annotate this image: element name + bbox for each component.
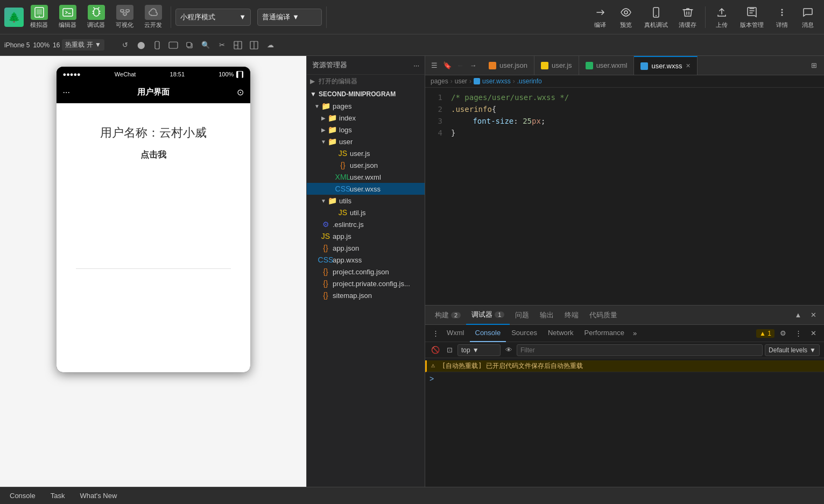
pages-folder-icon: 📁 xyxy=(321,102,330,110)
editor-button[interactable]: 编辑器 xyxy=(54,3,81,31)
tree-project-private[interactable]: {} project.private.config.js... xyxy=(307,278,425,289)
layout-icon[interactable] xyxy=(230,38,245,53)
tree-utils[interactable]: ▼ 📁 utils xyxy=(307,195,425,207)
preview-button[interactable]: 预览 xyxy=(614,3,638,31)
svg-rect-16 xyxy=(187,42,191,47)
visual-button[interactable]: 可视化 xyxy=(111,3,138,31)
eslintrc-label: .eslintrc.js xyxy=(333,221,364,229)
tab-issues[interactable]: 问题 xyxy=(510,306,534,325)
tree-user-wxml[interactable]: XML user.wxml xyxy=(307,171,425,183)
console-tab-console[interactable]: Console xyxy=(470,325,506,342)
tab-user-js[interactable]: user.js xyxy=(534,56,579,75)
bottom-bar-whats-new[interactable]: What's New xyxy=(75,487,121,505)
stop-icon[interactable]: ⬤ xyxy=(133,38,149,53)
top-context-selector[interactable]: top ▼ xyxy=(457,344,501,356)
code-property: font-size xyxy=(473,117,513,125)
tree-logs[interactable]: ▶ 📁 logs xyxy=(307,124,425,136)
bottom-bar-task[interactable]: Task xyxy=(46,487,69,505)
realtest-button[interactable]: 真机调试 xyxy=(640,3,672,31)
cloud-dev-icon[interactable]: ☁ xyxy=(263,38,278,53)
tab-output[interactable]: 输出 xyxy=(534,306,559,325)
message-button[interactable]: 消息 xyxy=(796,3,820,31)
console-inspect-icon[interactable]: ⊡ xyxy=(443,344,455,356)
console-eye-icon[interactable]: 👁 xyxy=(503,344,515,356)
console-menu-icon[interactable]: ⋮ xyxy=(429,328,441,339)
user-json-label: user.json xyxy=(350,161,378,169)
avatar[interactable]: 🌲 xyxy=(4,8,24,27)
bottom-bar-console[interactable]: Console xyxy=(5,487,40,505)
tree-user-wxss[interactable]: CSS user.wxss xyxy=(307,183,425,195)
console-prompt[interactable]: > xyxy=(425,372,824,385)
breadcrumb-user[interactable]: user xyxy=(455,77,467,85)
console-tab-performance[interactable]: Performance xyxy=(579,325,630,342)
console-settings-icon[interactable]: ⚙ xyxy=(777,327,790,340)
tab-devtools[interactable]: 调试器 1 xyxy=(466,306,510,325)
mode-selector[interactable]: 小程序模式 ▼ xyxy=(175,9,251,26)
layout2-icon[interactable] xyxy=(247,38,262,53)
tab-terminal-label: 终端 xyxy=(565,310,579,320)
tablet-icon[interactable] xyxy=(166,38,181,53)
tree-user-json[interactable]: {} user.json xyxy=(307,159,425,171)
tab-user-wxss[interactable]: user.wxss ✕ xyxy=(634,56,697,75)
version-button[interactable]: 版本管理 xyxy=(736,3,768,31)
compile-selector[interactable]: 普通编译 ▼ xyxy=(257,9,322,26)
svg-rect-13 xyxy=(155,41,159,49)
split-editor-icon[interactable]: ⊞ xyxy=(808,60,820,72)
tab-user-wxml[interactable]: user.wxml xyxy=(579,56,635,75)
details-button[interactable]: 详情 xyxy=(770,3,794,31)
compile-button[interactable]: 编译 xyxy=(588,3,612,31)
tab-wxml-icon xyxy=(586,62,593,69)
tab-terminal[interactable]: 终端 xyxy=(559,306,584,325)
bookmark-icon[interactable]: 🔖 xyxy=(441,60,453,72)
tree-pages[interactable]: ▼ 📁 pages xyxy=(307,100,425,112)
tree-sitemap[interactable]: {} sitemap.json xyxy=(307,289,425,301)
tree-app-json[interactable]: {} app.json xyxy=(307,242,425,254)
console-close-icon[interactable]: ✕ xyxy=(807,327,820,340)
open-editors-section[interactable]: ▶ 打开的编辑器 xyxy=(307,75,425,88)
tree-util-js[interactable]: JS util.js xyxy=(307,207,425,218)
console-tab-sources[interactable]: Sources xyxy=(506,325,543,342)
tree-app-js[interactable]: JS app.js xyxy=(307,230,425,242)
filetree-more-icon[interactable]: ··· xyxy=(413,61,419,69)
default-levels-selector[interactable]: Default levels ▼ xyxy=(765,344,820,356)
wechat-camera-icon: ⊙ xyxy=(237,87,244,97)
tree-project-config[interactable]: {} project.config.json xyxy=(307,266,425,278)
upload-button[interactable]: 上传 xyxy=(710,3,734,31)
forward-icon[interactable]: → xyxy=(467,60,479,72)
hot-reload-toggle[interactable]: 热重载 开 ▼ xyxy=(62,39,104,51)
project-section[interactable]: ▼ SECOND-MINIPROGRAM xyxy=(307,88,425,100)
tree-user-js[interactable]: JS user.js xyxy=(307,147,425,159)
tab-codequality[interactable]: 代码质量 xyxy=(584,306,623,325)
console-tab-network[interactable]: Network xyxy=(543,325,579,342)
tree-app-wxss[interactable]: CSS app.wxss xyxy=(307,254,425,266)
breadcrumb-pages[interactable]: pages xyxy=(431,77,448,85)
scissors-icon[interactable]: ✂ xyxy=(214,38,229,53)
cloud-button[interactable]: 云开发 xyxy=(140,3,166,31)
tab-close-icon[interactable]: ✕ xyxy=(686,62,691,69)
breadcrumb-file[interactable]: user.wxss xyxy=(474,77,511,85)
console-filter-input[interactable] xyxy=(517,344,763,356)
console-tab-wxml[interactable]: Wxml xyxy=(441,325,470,342)
hamburger-icon[interactable]: ☰ xyxy=(428,60,440,72)
refresh-icon[interactable]: ↺ xyxy=(117,38,132,53)
simulator-button[interactable]: 模拟器 xyxy=(26,3,52,31)
back-icon[interactable]: ← xyxy=(454,60,466,72)
click-button[interactable]: 点击我 xyxy=(140,150,166,161)
search-icon[interactable]: 🔍 xyxy=(198,38,213,53)
panel-close-icon[interactable]: ✕ xyxy=(807,309,820,322)
tree-eslintrc[interactable]: ⚙ .eslintrc.js xyxy=(307,218,425,230)
tree-index[interactable]: ▶ 📁 index xyxy=(307,112,425,124)
breadcrumb-selector[interactable]: .userinfo xyxy=(517,77,542,85)
warning-badge[interactable]: ▲ 1 xyxy=(756,329,774,338)
phone-icon[interactable] xyxy=(150,38,165,53)
tab-build[interactable]: 构建 2 xyxy=(429,306,466,325)
panel-up-icon[interactable]: ▲ xyxy=(792,309,805,322)
clearcache-button[interactable]: 清缓存 xyxy=(674,3,701,31)
console-clear-icon[interactable]: 🚫 xyxy=(429,344,441,356)
console-tabs-more[interactable]: » xyxy=(630,329,640,337)
console-more-icon[interactable]: ⋮ xyxy=(792,327,805,340)
debug-button[interactable]: 调试器 xyxy=(83,3,109,31)
copy-icon[interactable] xyxy=(182,38,197,53)
tree-user[interactable]: ▼ 📁 user xyxy=(307,136,425,147)
tab-user-json[interactable]: user.json xyxy=(482,56,534,75)
